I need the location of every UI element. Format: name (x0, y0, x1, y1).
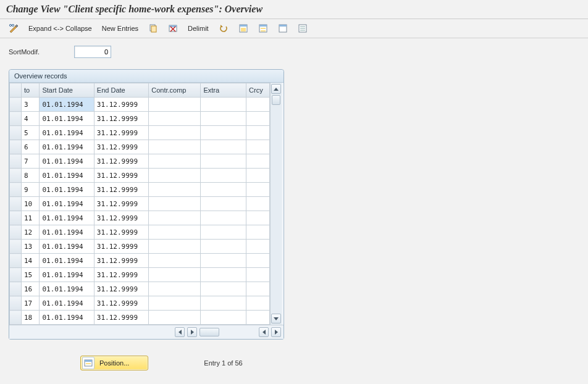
cell-to[interactable]: 15 (21, 268, 39, 282)
scroll-thumb[interactable] (272, 95, 280, 105)
cell-to[interactable]: 13 (21, 240, 39, 254)
hscroll-thumb[interactable] (200, 328, 219, 336)
select-all-button[interactable] (235, 22, 252, 35)
cell-start-date[interactable]: 01.01.1994 (40, 268, 94, 282)
cell-extra[interactable] (201, 211, 246, 225)
table-row[interactable]: 601.01.199431.12.9999 (10, 140, 270, 154)
cell-crcy[interactable] (246, 282, 270, 296)
cell-start-date[interactable]: 01.01.1994 (40, 98, 94, 112)
table-row[interactable]: 1701.01.199431.12.9999 (10, 296, 270, 311)
cell-to[interactable]: 14 (21, 254, 39, 268)
cell-end-date[interactable]: 31.12.9999 (94, 268, 148, 282)
cell-contr-comp[interactable] (149, 311, 201, 325)
cell-contr-comp[interactable] (149, 211, 201, 225)
table-row[interactable]: 301.01.199431.12.9999 (10, 98, 270, 112)
cell-end-date[interactable]: 31.12.9999 (94, 311, 148, 325)
table-row[interactable]: 1501.01.199431.12.9999 (10, 268, 270, 282)
col-contr-comp[interactable]: Contr.comp (149, 83, 201, 98)
delete-button[interactable] (164, 22, 182, 35)
cell-end-date[interactable]: 31.12.9999 (94, 154, 148, 169)
cell-extra[interactable] (201, 98, 246, 112)
cell-end-date[interactable]: 31.12.9999 (94, 296, 148, 311)
table-row[interactable]: 901.01.199431.12.9999 (10, 183, 270, 197)
cell-to[interactable]: 18 (21, 311, 39, 325)
cell-contr-comp[interactable] (149, 140, 201, 154)
undo-change-button[interactable] (215, 22, 232, 35)
cell-crcy[interactable] (246, 140, 270, 154)
hscroll-right2-button[interactable] (271, 327, 281, 337)
row-selector[interactable] (10, 296, 22, 311)
row-selector[interactable] (10, 240, 22, 254)
row-selector[interactable] (10, 126, 22, 140)
cell-start-date[interactable]: 01.01.1994 (40, 225, 94, 240)
cell-start-date[interactable]: 01.01.1994 (40, 282, 94, 296)
row-selector[interactable] (10, 225, 22, 240)
cell-start-date[interactable]: 01.01.1994 (40, 296, 94, 311)
cell-start-date[interactable]: 01.01.1994 (40, 197, 94, 211)
table-row[interactable]: 401.01.199431.12.9999 (10, 112, 270, 126)
cell-extra[interactable] (201, 197, 246, 211)
cell-to[interactable]: 11 (21, 211, 39, 225)
cell-contr-comp[interactable] (149, 126, 201, 140)
cell-contr-comp[interactable] (149, 169, 201, 183)
row-selector[interactable] (10, 140, 22, 154)
cell-start-date[interactable]: 01.01.1994 (40, 254, 94, 268)
cell-crcy[interactable] (246, 183, 270, 197)
cell-contr-comp[interactable] (149, 296, 201, 311)
cell-extra[interactable] (201, 254, 246, 268)
row-selector[interactable] (10, 211, 22, 225)
cell-contr-comp[interactable] (149, 197, 201, 211)
cell-start-date[interactable]: 01.01.1994 (40, 311, 94, 325)
cell-to[interactable]: 7 (21, 154, 39, 169)
table-row[interactable]: 1201.01.199431.12.9999 (10, 225, 270, 240)
cell-to[interactable]: 6 (21, 140, 39, 154)
table-row[interactable]: 1001.01.199431.12.9999 (10, 197, 270, 211)
cell-end-date[interactable]: 31.12.9999 (94, 112, 148, 126)
table-row[interactable]: 1301.01.199431.12.9999 (10, 240, 270, 254)
table-row[interactable]: 1401.01.199431.12.9999 (10, 254, 270, 268)
cell-contr-comp[interactable] (149, 154, 201, 169)
cell-crcy[interactable] (246, 268, 270, 282)
cell-start-date[interactable]: 01.01.1994 (40, 240, 94, 254)
row-selector[interactable] (10, 268, 22, 282)
cell-extra[interactable] (201, 169, 246, 183)
col-extra[interactable]: Extra (201, 83, 246, 98)
cell-start-date[interactable]: 01.01.1994 (40, 169, 94, 183)
cell-extra[interactable] (201, 296, 246, 311)
cell-contr-comp[interactable] (149, 268, 201, 282)
cell-contr-comp[interactable] (149, 183, 201, 197)
cell-crcy[interactable] (246, 112, 270, 126)
cell-start-date[interactable]: 01.01.1994 (40, 211, 94, 225)
cell-extra[interactable] (201, 140, 246, 154)
hscroll-right-button[interactable] (187, 327, 197, 337)
cell-end-date[interactable]: 31.12.9999 (94, 240, 148, 254)
cell-extra[interactable] (201, 154, 246, 169)
col-end-date[interactable]: End Date (94, 83, 148, 98)
row-selector[interactable] (10, 112, 22, 126)
col-to[interactable]: to (21, 83, 39, 98)
table-settings-button[interactable] (294, 22, 311, 35)
cell-crcy[interactable] (246, 254, 270, 268)
cell-crcy[interactable] (246, 240, 270, 254)
table-row[interactable]: 1101.01.199431.12.9999 (10, 211, 270, 225)
cell-end-date[interactable]: 31.12.9999 (94, 169, 148, 183)
cell-crcy[interactable] (246, 169, 270, 183)
vertical-scrollbar[interactable] (270, 83, 282, 325)
cell-to[interactable]: 17 (21, 296, 39, 311)
cell-contr-comp[interactable] (149, 240, 201, 254)
cell-contr-comp[interactable] (149, 282, 201, 296)
scroll-up-button[interactable] (271, 84, 281, 94)
cell-contr-comp[interactable] (149, 225, 201, 240)
row-selector[interactable] (10, 154, 22, 169)
cell-extra[interactable] (201, 311, 246, 325)
row-selector[interactable] (10, 282, 22, 296)
cell-extra[interactable] (201, 240, 246, 254)
cell-to[interactable]: 8 (21, 169, 39, 183)
hscroll-left2-button[interactable] (259, 327, 269, 337)
cell-extra[interactable] (201, 225, 246, 240)
row-selector[interactable] (10, 254, 22, 268)
cell-to[interactable]: 16 (21, 282, 39, 296)
cell-start-date[interactable]: 01.01.1994 (40, 112, 94, 126)
cell-start-date[interactable]: 01.01.1994 (40, 154, 94, 169)
row-selector[interactable] (10, 311, 22, 325)
